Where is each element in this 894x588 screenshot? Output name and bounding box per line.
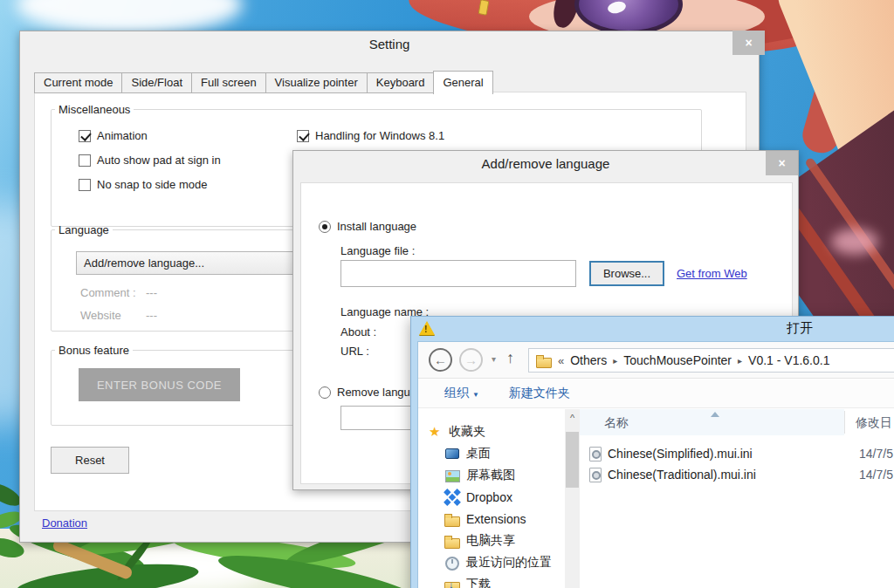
open-dialog-content: ← → ▾ ↑ « Others ▸ TouchMousePointer ▸ V… (417, 341, 894, 588)
sidebar-item-screenshots[interactable]: 屏幕截图 (418, 464, 565, 486)
chevron-down-icon: ▼ (472, 391, 479, 399)
star-icon: ★ (429, 425, 443, 439)
open-dialog-titlebar[interactable]: 打开 (411, 317, 894, 341)
close-icon[interactable]: × (732, 31, 765, 55)
radio-install-language[interactable]: Install language (319, 220, 416, 233)
folder-icon (536, 353, 552, 367)
file-row[interactable]: Chinese(Traditional).mui.ini 14/7/5 (580, 465, 894, 486)
sidebar-item-label: 屏幕截图 (466, 468, 515, 483)
column-header-name[interactable]: 名称 (604, 415, 629, 431)
navigation-bar: ← → ▾ ↑ « Others ▸ TouchMousePointer ▸ V… (418, 342, 894, 379)
sidebar-item-dropbox[interactable]: Dropbox (418, 486, 565, 508)
checkbox-animation[interactable]: Animation (79, 129, 148, 142)
recent-places-icon (444, 556, 460, 570)
folder-icon (444, 534, 460, 548)
radio-remove-language[interactable]: Remove langua (319, 386, 416, 399)
ini-file-icon (588, 468, 601, 482)
address-bar[interactable]: « Others ▸ TouchMousePointer ▸ V0.1 - V1… (528, 348, 894, 373)
sidebar-item-desktop[interactable]: 桌面 (418, 442, 565, 464)
file-name: Chinese(Simplified).mui.ini (608, 447, 753, 461)
command-bar: 组织 ▼ 新建文件夹 (418, 379, 894, 408)
checkbox-no-snap[interactable]: No snap to side mode (79, 178, 207, 191)
close-icon[interactable]: × (766, 151, 798, 175)
checkbox-box (79, 130, 91, 142)
column-header-date-modified[interactable]: 修改日 (856, 415, 892, 431)
scroll-up-icon[interactable]: ^ (565, 409, 580, 427)
open-dialog-title: 打开 (411, 320, 894, 337)
tab-general[interactable]: General (433, 71, 492, 94)
checkbox-auto-show-pad[interactable]: Auto show pad at sign in (79, 154, 221, 167)
breadcrumb-separator-icon: ▸ (738, 356, 742, 366)
tab-current-mode[interactable]: Current mode (34, 72, 122, 93)
breadcrumb-overflow-chevron[interactable]: « (558, 354, 564, 367)
file-row[interactable]: Chinese(Simplified).mui.ini 14/7/5 (580, 444, 894, 465)
desktop-icon (444, 447, 460, 461)
checkbox-box (79, 179, 91, 191)
radio-label: Remove langua (337, 386, 416, 399)
sidebar-scrollbar[interactable]: ^ (565, 409, 580, 588)
sidebar-item-pc-share[interactable]: 电脑共享 (418, 530, 565, 551)
website-label: Website (80, 309, 121, 322)
radio-label: Install language (337, 220, 416, 233)
browse-button[interactable]: Browse... (589, 261, 664, 286)
dropbox-icon (444, 490, 460, 504)
tab-keyboard[interactable]: Keyboard (367, 72, 435, 93)
breadcrumb-item[interactable]: V0.1 - V1.6.0.1 (748, 353, 829, 367)
about-label: About : (340, 325, 376, 338)
file-date: 14/7/5 (859, 468, 893, 482)
up-icon[interactable]: ↑ (506, 349, 514, 367)
tab-visualize-pointer[interactable]: Visualize pointer (265, 72, 368, 93)
column-divider[interactable] (844, 411, 845, 434)
organize-label: 组织 (444, 386, 469, 400)
sort-ascending-icon (711, 412, 719, 417)
setting-tabs: Current mode Side/Float Full screen Visu… (34, 72, 492, 94)
miscellaneous-group-label: Miscellaneous (55, 103, 134, 116)
checkbox-label: No snap to side mode (97, 178, 207, 191)
sidebar-item-label: 电脑共享 (466, 533, 515, 549)
checkbox-label: Auto show pad at sign in (97, 154, 221, 167)
scrollbar-thumb[interactable] (566, 432, 579, 488)
file-list: 名称 修改日 Chinese(Simplified).mui.ini 14/7/… (580, 409, 894, 588)
sidebar-item-label: 最近访问的位置 (466, 555, 552, 571)
forward-icon[interactable]: → (459, 348, 483, 372)
back-icon[interactable]: ← (429, 348, 452, 372)
language-dropdown[interactable]: Add/remove language... (76, 251, 299, 275)
anime-flare (831, 229, 878, 255)
breadcrumb-item[interactable]: Others (570, 353, 607, 367)
language-file-label: Language file : (340, 244, 415, 257)
get-from-web-link[interactable]: Get from Web (677, 267, 747, 280)
donation-link[interactable]: Donation (42, 516, 87, 530)
navigation-pane: ★ 收藏夹 桌面 屏幕截图 Dropbox Extensions (418, 409, 565, 588)
sidebar-item-label: Extensions (466, 512, 526, 526)
folder-icon (444, 512, 460, 526)
language-file-input[interactable] (340, 260, 576, 287)
sidebar-item-favorites[interactable]: ★ 收藏夹 (418, 420, 565, 442)
url-label: URL : (340, 345, 369, 358)
organize-menu[interactable]: 组织 ▼ (444, 386, 479, 401)
sidebar-item-recent-places[interactable]: 最近访问的位置 (418, 551, 565, 573)
sidebar-item-downloads[interactable]: 下载 (418, 573, 565, 588)
reset-button[interactable]: Reset (51, 447, 129, 474)
sidebar-item-label: 桌面 (466, 446, 491, 462)
open-dialog-body: ★ 收藏夹 桌面 屏幕截图 Dropbox Extensions (418, 409, 894, 588)
file-name: Chinese(Traditional).mui.ini (608, 468, 756, 482)
comment-value: --- (146, 286, 157, 299)
checkbox-handling-win81[interactable]: Handling for Windows 8.1 (297, 129, 444, 142)
breadcrumb-separator-icon: ▸ (613, 356, 617, 366)
comment-label: Comment : (80, 286, 136, 299)
checkbox-label: Handling for Windows 8.1 (315, 129, 444, 142)
setting-dialog-title: Setting (20, 37, 759, 51)
breadcrumb-item[interactable]: TouchMousePointer (623, 353, 732, 367)
open-file-dialog: 打开 ← → ▾ ↑ « Others ▸ TouchMousePointer … (410, 316, 894, 588)
tab-side-float[interactable]: Side/Float (121, 72, 192, 93)
history-dropdown-icon[interactable]: ▾ (492, 354, 496, 364)
file-date: 14/7/5 (859, 447, 893, 461)
language-dialog-title: Add/remove language (293, 156, 798, 171)
sidebar-item-extensions[interactable]: Extensions (418, 508, 565, 530)
new-folder-button[interactable]: 新建文件夹 (509, 386, 570, 401)
sidebar-item-label: 下载 (466, 577, 491, 588)
tab-full-screen[interactable]: Full screen (191, 72, 266, 93)
pictures-icon (444, 468, 460, 482)
enter-bonus-code-button[interactable]: ENTER BONUS CODE (79, 368, 240, 401)
ini-file-icon (588, 447, 601, 461)
